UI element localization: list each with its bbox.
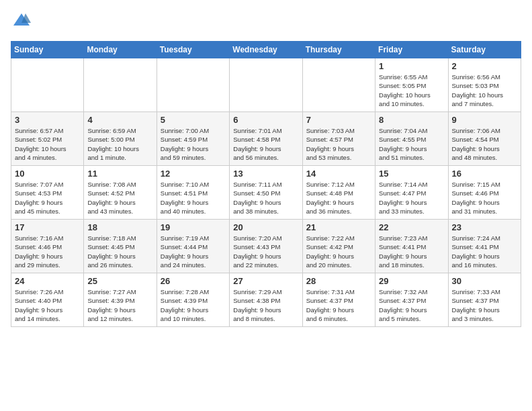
calendar-cell — [230, 58, 302, 112]
day-info: Sunrise: 7:15 AM Sunset: 4:46 PM Dayligh… — [452, 180, 517, 216]
day-number: 11 — [87, 169, 152, 179]
day-info: Sunrise: 7:29 AM Sunset: 4:38 PM Dayligh… — [233, 287, 298, 323]
calendar-cell: 28Sunrise: 7:31 AM Sunset: 4:37 PM Dayli… — [302, 273, 375, 327]
week-row-2: 3Sunrise: 6:57 AM Sunset: 5:02 PM Daylig… — [11, 112, 521, 166]
calendar-cell — [84, 58, 157, 112]
day-number: 5 — [161, 115, 226, 125]
calendar-cell: 16Sunrise: 7:15 AM Sunset: 4:46 PM Dayli… — [448, 166, 521, 220]
day-info: Sunrise: 7:10 AM Sunset: 4:51 PM Dayligh… — [161, 180, 226, 216]
column-header-saturday: Saturday — [448, 42, 521, 58]
column-header-wednesday: Wednesday — [230, 42, 302, 58]
day-number: 17 — [15, 222, 80, 232]
header — [11, 11, 521, 33]
day-number: 27 — [233, 276, 298, 286]
day-info: Sunrise: 7:24 AM Sunset: 4:41 PM Dayligh… — [452, 234, 517, 269]
calendar-cell — [157, 58, 229, 112]
calendar-cell: 7Sunrise: 7:03 AM Sunset: 4:57 PM Daylig… — [302, 112, 375, 166]
day-number: 7 — [306, 115, 371, 125]
day-number: 8 — [379, 115, 444, 125]
day-number: 22 — [379, 222, 444, 232]
column-header-tuesday: Tuesday — [157, 42, 229, 58]
day-number: 23 — [452, 222, 517, 232]
calendar-cell: 25Sunrise: 7:27 AM Sunset: 4:39 PM Dayli… — [84, 273, 157, 327]
calendar-cell: 24Sunrise: 7:26 AM Sunset: 4:40 PM Dayli… — [11, 273, 84, 327]
calendar-cell: 23Sunrise: 7:24 AM Sunset: 4:41 PM Dayli… — [448, 220, 521, 273]
week-row-4: 17Sunrise: 7:16 AM Sunset: 4:46 PM Dayli… — [11, 220, 521, 273]
calendar-cell: 11Sunrise: 7:08 AM Sunset: 4:52 PM Dayli… — [84, 166, 157, 220]
day-info: Sunrise: 7:23 AM Sunset: 4:41 PM Dayligh… — [379, 234, 444, 269]
day-info: Sunrise: 7:11 AM Sunset: 4:50 PM Dayligh… — [233, 180, 298, 216]
week-row-1: 1Sunrise: 6:55 AM Sunset: 5:05 PM Daylig… — [11, 58, 521, 112]
column-header-friday: Friday — [375, 42, 448, 58]
day-info: Sunrise: 7:31 AM Sunset: 4:37 PM Dayligh… — [306, 287, 371, 323]
calendar-cell: 21Sunrise: 7:22 AM Sunset: 4:42 PM Dayli… — [302, 220, 375, 273]
calendar-cell: 1Sunrise: 6:55 AM Sunset: 5:05 PM Daylig… — [375, 58, 448, 112]
week-row-5: 24Sunrise: 7:26 AM Sunset: 4:40 PM Dayli… — [11, 273, 521, 327]
day-number: 20 — [233, 222, 298, 232]
day-info: Sunrise: 6:55 AM Sunset: 5:05 PM Dayligh… — [379, 73, 444, 108]
calendar-cell: 27Sunrise: 7:29 AM Sunset: 4:38 PM Dayli… — [230, 273, 302, 327]
week-row-3: 10Sunrise: 7:07 AM Sunset: 4:53 PM Dayli… — [11, 166, 521, 220]
calendar-cell: 22Sunrise: 7:23 AM Sunset: 4:41 PM Dayli… — [375, 220, 448, 273]
calendar-cell — [11, 58, 84, 112]
day-number: 12 — [161, 169, 226, 179]
calendar-cell: 19Sunrise: 7:19 AM Sunset: 4:44 PM Dayli… — [157, 220, 229, 273]
calendar-cell: 10Sunrise: 7:07 AM Sunset: 4:53 PM Dayli… — [11, 166, 84, 220]
calendar-cell — [302, 58, 375, 112]
calendar-body: 1Sunrise: 6:55 AM Sunset: 5:05 PM Daylig… — [11, 58, 521, 327]
day-info: Sunrise: 6:57 AM Sunset: 5:02 PM Dayligh… — [15, 126, 80, 162]
day-info: Sunrise: 7:16 AM Sunset: 4:46 PM Dayligh… — [15, 234, 80, 269]
day-number: 21 — [306, 222, 371, 232]
day-info: Sunrise: 7:08 AM Sunset: 4:52 PM Dayligh… — [87, 180, 152, 216]
day-info: Sunrise: 7:27 AM Sunset: 4:39 PM Dayligh… — [87, 287, 152, 323]
column-header-monday: Monday — [84, 42, 157, 58]
calendar-cell: 5Sunrise: 7:00 AM Sunset: 4:59 PM Daylig… — [157, 112, 229, 166]
calendar-cell: 18Sunrise: 7:18 AM Sunset: 4:45 PM Dayli… — [84, 220, 157, 273]
calendar-table: SundayMondayTuesdayWednesdayThursdayFrid… — [11, 41, 521, 327]
day-number: 15 — [379, 169, 444, 179]
calendar-cell: 15Sunrise: 7:14 AM Sunset: 4:47 PM Dayli… — [375, 166, 448, 220]
calendar-cell: 3Sunrise: 6:57 AM Sunset: 5:02 PM Daylig… — [11, 112, 84, 166]
day-number: 16 — [452, 169, 517, 179]
day-info: Sunrise: 7:14 AM Sunset: 4:47 PM Dayligh… — [379, 180, 444, 216]
day-info: Sunrise: 7:06 AM Sunset: 4:54 PM Dayligh… — [452, 126, 517, 162]
day-number: 2 — [452, 61, 517, 71]
day-number: 29 — [379, 276, 444, 286]
column-header-thursday: Thursday — [302, 42, 375, 58]
day-info: Sunrise: 6:59 AM Sunset: 5:00 PM Dayligh… — [87, 126, 152, 162]
day-info: Sunrise: 7:33 AM Sunset: 4:37 PM Dayligh… — [452, 287, 517, 323]
calendar-cell: 6Sunrise: 7:01 AM Sunset: 4:58 PM Daylig… — [230, 112, 302, 166]
day-number: 4 — [87, 115, 152, 125]
calendar-cell: 8Sunrise: 7:04 AM Sunset: 4:55 PM Daylig… — [375, 112, 448, 166]
calendar-cell: 30Sunrise: 7:33 AM Sunset: 4:37 PM Dayli… — [448, 273, 521, 327]
day-info: Sunrise: 7:18 AM Sunset: 4:45 PM Dayligh… — [87, 234, 152, 269]
day-number: 14 — [306, 169, 371, 179]
day-info: Sunrise: 7:04 AM Sunset: 4:55 PM Dayligh… — [379, 126, 444, 162]
calendar-cell: 9Sunrise: 7:06 AM Sunset: 4:54 PM Daylig… — [448, 112, 521, 166]
day-number: 13 — [233, 169, 298, 179]
calendar-cell: 20Sunrise: 7:20 AM Sunset: 4:43 PM Dayli… — [230, 220, 302, 273]
day-info: Sunrise: 7:03 AM Sunset: 4:57 PM Dayligh… — [306, 126, 371, 162]
day-number: 26 — [161, 276, 226, 286]
day-number: 18 — [87, 222, 152, 232]
day-info: Sunrise: 7:07 AM Sunset: 4:53 PM Dayligh… — [15, 180, 80, 216]
day-number: 1 — [379, 61, 444, 71]
calendar-cell: 14Sunrise: 7:12 AM Sunset: 4:48 PM Dayli… — [302, 166, 375, 220]
day-info: Sunrise: 7:20 AM Sunset: 4:43 PM Dayligh… — [233, 234, 298, 269]
day-number: 6 — [233, 115, 298, 125]
calendar-cell: 17Sunrise: 7:16 AM Sunset: 4:46 PM Dayli… — [11, 220, 84, 273]
logo-icon — [12, 11, 31, 30]
day-number: 24 — [15, 276, 80, 286]
day-number: 30 — [452, 276, 517, 286]
day-info: Sunrise: 7:19 AM Sunset: 4:44 PM Dayligh… — [161, 234, 226, 269]
day-number: 19 — [161, 222, 226, 232]
calendar-cell: 29Sunrise: 7:32 AM Sunset: 4:37 PM Dayli… — [375, 273, 448, 327]
day-info: Sunrise: 7:26 AM Sunset: 4:40 PM Dayligh… — [15, 287, 80, 323]
day-info: Sunrise: 7:12 AM Sunset: 4:48 PM Dayligh… — [306, 180, 371, 216]
day-number: 3 — [15, 115, 80, 125]
calendar-cell: 13Sunrise: 7:11 AM Sunset: 4:50 PM Dayli… — [230, 166, 302, 220]
day-info: Sunrise: 7:01 AM Sunset: 4:58 PM Dayligh… — [233, 126, 298, 162]
calendar-cell: 12Sunrise: 7:10 AM Sunset: 4:51 PM Dayli… — [157, 166, 229, 220]
calendar-cell: 2Sunrise: 6:56 AM Sunset: 5:03 PM Daylig… — [448, 58, 521, 112]
calendar-cell: 26Sunrise: 7:28 AM Sunset: 4:39 PM Dayli… — [157, 273, 229, 327]
